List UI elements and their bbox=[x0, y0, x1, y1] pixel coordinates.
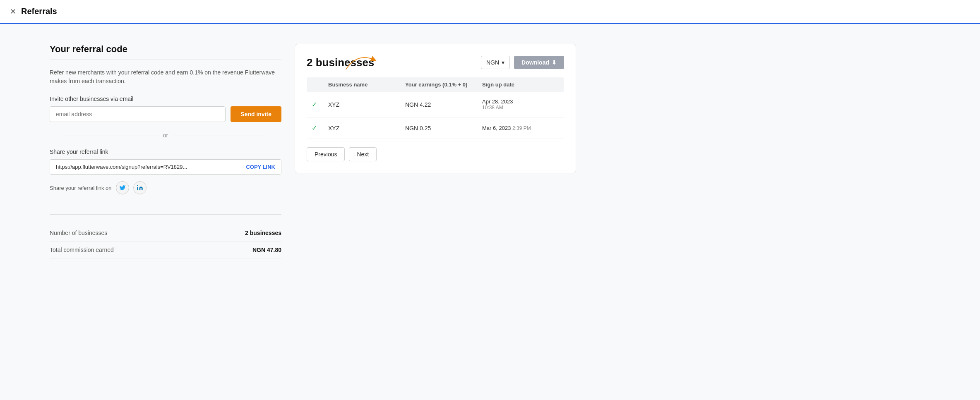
copy-link-button[interactable]: COPY LINK bbox=[246, 164, 275, 170]
chevron-down-icon: ▾ bbox=[502, 59, 504, 66]
next-button[interactable]: Next bbox=[349, 147, 377, 161]
referral-link-box: https://app.flutterwave.com/signup?refer… bbox=[50, 159, 281, 175]
referral-link-text: https://app.flutterwave.com/signup?refer… bbox=[56, 164, 243, 170]
twitter-icon[interactable] bbox=[116, 181, 129, 194]
description-text: Refer new merchants with your referral c… bbox=[50, 68, 281, 86]
earnings-2: NGN 0.25 bbox=[405, 125, 482, 132]
share-label: Share your referral link bbox=[50, 149, 281, 155]
businesses-count: 2 businesses bbox=[307, 56, 374, 69]
business-name-1: XYZ bbox=[328, 101, 405, 108]
num-businesses-label: Number of businesses bbox=[50, 230, 107, 236]
table-row: ✓ XYZ NGN 4.22 Apr 28, 2023 10:38 AM bbox=[307, 92, 564, 117]
num-businesses-row: Number of businesses 2 businesses bbox=[50, 225, 281, 242]
col-signup: Sign up date bbox=[482, 81, 559, 88]
table-row: ✓ XYZ NGN 0.25 Mar 6, 2023 2:39 PM bbox=[307, 117, 564, 139]
top-bar: ✕ Referrals bbox=[0, 0, 980, 24]
download-button[interactable]: Download ⬇ bbox=[514, 56, 564, 69]
pagination: Previous Next bbox=[307, 147, 564, 161]
invite-label: Invite other businesses via email bbox=[50, 96, 281, 102]
check-icon-2: ✓ bbox=[312, 124, 328, 132]
right-panel: 2 businesses NGN ▾ Download ⬇ Business n… bbox=[295, 44, 576, 173]
total-commission-value: NGN 47.80 bbox=[252, 247, 281, 253]
date-2: Mar 6, 2023 2:39 PM bbox=[482, 125, 559, 131]
left-panel: Your referral code Refer new merchants w… bbox=[50, 44, 281, 259]
earnings-1: NGN 4.22 bbox=[405, 101, 482, 108]
date-1: Apr 28, 2023 10:38 AM bbox=[482, 98, 559, 110]
business-name-2: XYZ bbox=[328, 125, 405, 132]
stats-section: Number of businesses 2 businesses Total … bbox=[50, 214, 281, 259]
linkedin-icon[interactable] bbox=[133, 181, 147, 194]
email-input[interactable] bbox=[50, 106, 226, 122]
close-icon: ✕ bbox=[10, 7, 16, 16]
col-business: Business name bbox=[328, 81, 405, 88]
table-header: Business name Your earnings (0.1% + 0) S… bbox=[307, 77, 564, 92]
svg-point-0 bbox=[137, 185, 138, 186]
section-title: Your referral code bbox=[50, 44, 281, 55]
section-divider bbox=[50, 60, 281, 60]
send-invite-button[interactable]: Send invite bbox=[231, 106, 281, 122]
total-commission-row: Total commission earned NGN 47.80 bbox=[50, 242, 281, 259]
or-divider: or bbox=[50, 132, 281, 139]
download-label: Download bbox=[521, 59, 549, 66]
currency-label: NGN bbox=[486, 59, 499, 66]
share-on-label: Share your referral link on bbox=[50, 185, 112, 191]
download-icon: ⬇ bbox=[552, 59, 557, 66]
total-commission-label: Total commission earned bbox=[50, 247, 114, 253]
close-button[interactable]: ✕ bbox=[10, 8, 16, 15]
previous-button[interactable]: Previous bbox=[307, 147, 345, 161]
page-title: Referrals bbox=[21, 7, 57, 16]
check-icon-1: ✓ bbox=[312, 101, 328, 108]
num-businesses-value: 2 businesses bbox=[245, 230, 281, 236]
col-earnings: Your earnings (0.1% + 0) bbox=[405, 81, 482, 88]
currency-selector[interactable]: NGN ▾ bbox=[481, 56, 510, 69]
